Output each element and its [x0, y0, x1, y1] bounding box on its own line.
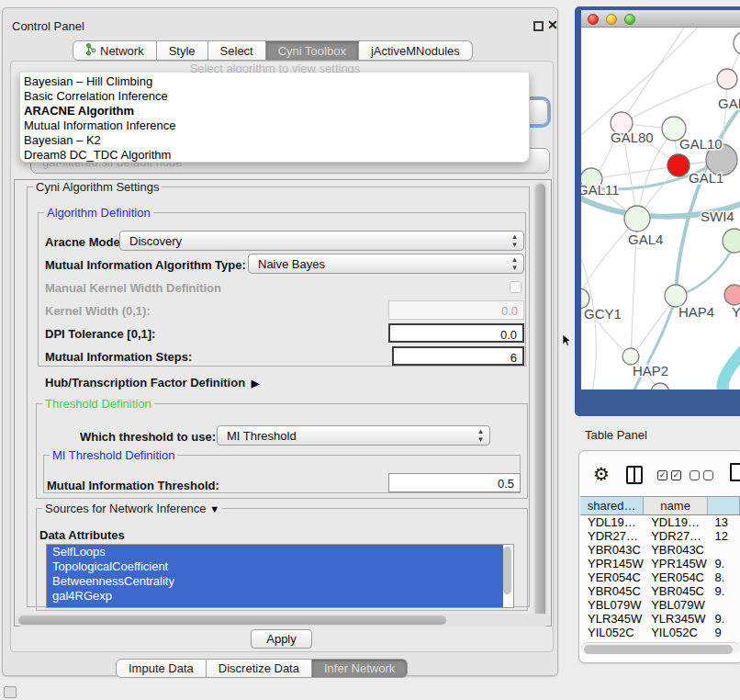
table-cell: YDR27… [644, 529, 707, 543]
close-icon[interactable]: ✕ [547, 17, 558, 32]
tab-label: jActiveMNodules [371, 44, 460, 58]
network-edge[interactable] [633, 297, 676, 356]
algorithm-option[interactable]: Dream8 DC_TDC Algorithm [20, 148, 529, 163]
table-cell: YBR043C [580, 543, 644, 557]
network-node-y[interactable] [724, 285, 740, 305]
table-row[interactable]: YBL079WYBL079W [580, 598, 740, 612]
table-cell: YBL079W [580, 598, 644, 612]
tab-select[interactable]: Select [208, 40, 266, 61]
table-row[interactable]: YIL052CYIL052C9 [580, 626, 740, 639]
tab-discretize-data[interactable]: Discretize Data [207, 659, 312, 678]
table-row[interactable]: YER054CYER054C8. [580, 570, 740, 584]
mi-type-combo[interactable]: Naive Bayes ▴▾ [248, 254, 524, 274]
minimize-traffic-light-icon[interactable] [606, 14, 617, 25]
algorithm-option[interactable]: Bayesian – K2 [20, 133, 529, 148]
expanded-arrow-icon[interactable]: ▼ [209, 503, 219, 514]
network-edge[interactable] [622, 28, 688, 123]
algorithm-definition-title: Algorithm Definition [44, 206, 153, 220]
tab-label: Select [220, 44, 253, 58]
mi-type-value: Naive Bayes [258, 257, 325, 271]
aracne-mode-combo[interactable]: Discovery ▴▾ [119, 231, 524, 251]
column-header[interactable] [708, 497, 740, 514]
table-cell: 12 [707, 529, 740, 543]
attributes-scrollbar[interactable] [502, 546, 512, 606]
algorithm-option[interactable]: Bayesian – Hill Climbing [20, 74, 529, 89]
attribute-item[interactable]: gal4RGexp [47, 589, 503, 604]
table-cell [707, 598, 740, 612]
tab-label: Discretize Data [219, 661, 299, 675]
algorithm-option[interactable]: Mutual Information Inference [20, 119, 529, 133]
dpi-tolerance-label: DPI Tolerance [0,1]: [45, 327, 155, 341]
network-node-gal1[interactable] [667, 154, 690, 176]
attribute-item[interactable]: TopologicalCoefficient [47, 559, 503, 574]
node-label-gal10: GAL10 [679, 136, 723, 152]
table-horizontal-scrollbar[interactable] [581, 642, 740, 654]
spinner-arrows-icon: ▴▾ [509, 255, 521, 272]
float-window-button[interactable] [533, 21, 544, 31]
apply-button[interactable]: Apply [251, 629, 312, 649]
data-attributes-list[interactable]: SelfLoopsTopologicalCoefficientBetweenne… [46, 544, 514, 608]
settings-horizontal-scrollbar[interactable] [16, 614, 550, 627]
node-label-gal1: GAL1 [689, 170, 723, 186]
select-all-checkboxes-icon[interactable]: ✓✓ [657, 470, 681, 480]
mi-steps-label: Mutual Information Steps: [45, 350, 192, 364]
tab-style[interactable]: Style [157, 40, 208, 61]
tab-impute-data[interactable]: Impute Data [116, 659, 207, 678]
collapsed-arrow-icon[interactable]: ▶ [249, 378, 260, 389]
algorithm-dropdown-popup: Bayesian – Hill ClimbingBasic Correlatio… [19, 73, 530, 163]
attribute-item[interactable]: BetweennessCentrality [47, 574, 503, 589]
which-threshold-combo[interactable]: MI Threshold ▴▾ [217, 425, 490, 446]
network-view-window[interactable]: GAL80GAL10GAL1GAL11GAL4SWI4GCY1HAP4YHAP2… [575, 6, 740, 416]
sources-title[interactable]: Sources for Network Inference ▼ [42, 502, 222, 515]
table-cell: YDR27… [580, 529, 644, 543]
table-row[interactable]: YBR045CYBR045C9. [580, 584, 740, 598]
table-cell: YBR045C [644, 584, 707, 598]
table-row[interactable]: YDR27…YDR27…12 [580, 529, 740, 543]
node-label-hap2: HAP2 [633, 363, 668, 378]
table-row[interactable]: YDL19…YDL19…13 [580, 515, 740, 529]
tab-infer-network[interactable]: Infer Network [312, 659, 408, 678]
gear-icon[interactable]: ⚙ [593, 463, 610, 485]
column-header[interactable]: shared… [580, 497, 644, 514]
network-node-gal4[interactable] [624, 206, 650, 231]
tab-cyni-toolbox[interactable]: Cyni Toolbox [266, 40, 359, 61]
node-label-gal11: GAL11 [581, 182, 620, 198]
network-node[interactable] [717, 69, 737, 89]
mi-threshold-field[interactable]: 0.5 [388, 473, 521, 492]
table-row[interactable]: YBR043CYBR043C [580, 543, 740, 557]
network-node[interactable] [734, 31, 740, 55]
tab-network[interactable]: Network [73, 40, 157, 61]
network-window-titlebar[interactable] [581, 10, 740, 28]
node-label-hap4: HAP4 [678, 304, 714, 320]
deselect-all-checkboxes-icon[interactable] [690, 470, 713, 480]
settings-vertical-scrollbar[interactable] [533, 182, 547, 623]
column-header[interactable]: name [644, 497, 707, 514]
attribute-table: shared…name YDL19…YDL19…13YDR27…YDR27…12… [580, 496, 740, 641]
table-cell: 8. [707, 570, 740, 584]
control-panel-tab-bar: NetworkStyleSelectCyni ToolboxjActiveMNo… [73, 40, 473, 61]
tab-label: Cyni Toolbox [278, 44, 346, 58]
which-threshold-value: MI Threshold [227, 429, 297, 443]
network-node-swi4[interactable] [723, 229, 740, 253]
close-traffic-light-icon[interactable] [588, 14, 599, 25]
tab-jactivemnodules[interactable]: jActiveMNodules [359, 40, 473, 61]
mouse-cursor [563, 334, 572, 346]
network-edge[interactable] [723, 345, 740, 390]
hub-definition-toggle[interactable]: Hub/Transcription Factor Definition ▶ [45, 376, 259, 390]
table-row[interactable]: YPR145WYPR145W9. [580, 557, 740, 570]
table-cell: 9 [707, 626, 740, 639]
manual-kernel-checkbox[interactable] [510, 281, 521, 293]
algorithm-option[interactable]: ARACNE Algorithm [20, 104, 529, 119]
table-header-row: shared…name [580, 496, 740, 515]
algorithm-option[interactable]: Basic Correlation Inference [20, 89, 529, 104]
table-row[interactable]: YLR345WYLR345W9. [580, 612, 740, 626]
mi-steps-field[interactable]: 6 [392, 346, 524, 366]
minimized-panel-icon[interactable] [4, 686, 17, 698]
zoom-traffic-light-icon[interactable] [624, 14, 635, 25]
document-icon[interactable] [730, 463, 740, 481]
table-cell: YLR345W [580, 612, 644, 626]
network-canvas[interactable]: GAL80GAL10GAL1GAL11GAL4SWI4GCY1HAP4YHAP2… [581, 28, 740, 390]
columns-icon[interactable] [626, 466, 643, 484]
attribute-item[interactable]: SelfLoops [47, 545, 503, 559]
dpi-tolerance-field[interactable]: 0.0 [388, 323, 524, 343]
